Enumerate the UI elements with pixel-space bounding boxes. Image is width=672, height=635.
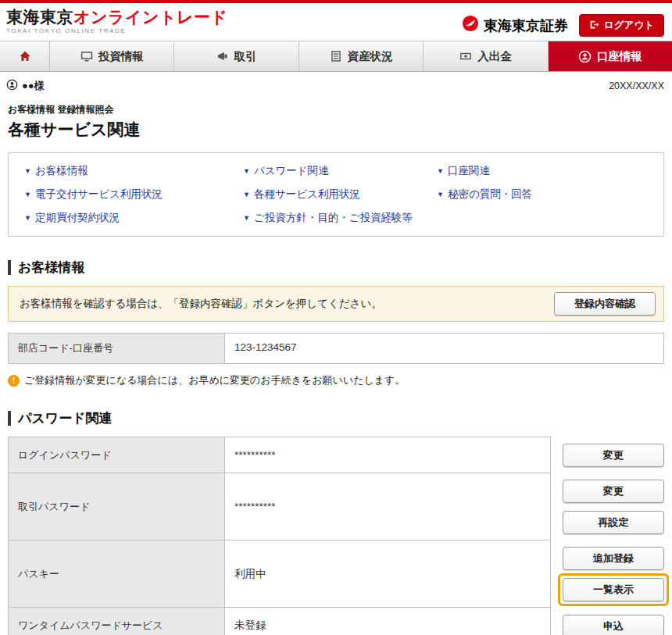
brand-logo-icon — [462, 15, 479, 36]
nav-label: 資産状況 — [348, 49, 393, 64]
row-passkey: パスキー 利用中 追加登録 一覧表示 — [8, 540, 664, 608]
account-number-label: 部店コード-口座番号 — [8, 333, 225, 364]
quicklink-service-usage[interactable]: ▼ 各種サービス利用状況 — [243, 187, 360, 202]
section-password: パスワード関連 — [8, 409, 664, 427]
brand-name: 東海東京証券 — [484, 16, 568, 35]
row-label: パスキー — [8, 540, 225, 608]
quicklink-label: 定期買付契約状況 — [35, 211, 120, 225]
change-trading-password-button[interactable]: 変更 — [563, 480, 664, 503]
link-marker-icon: ▼ — [437, 167, 444, 175]
nav-home[interactable] — [0, 41, 50, 71]
link-marker-icon: ▼ — [243, 191, 250, 198]
quicklink-label: 電子交付サービス利用状況 — [35, 187, 163, 202]
nav-trade[interactable]: 取引 — [174, 41, 298, 71]
quicklink-label: パスワード関連 — [254, 164, 329, 178]
row-value: ********** — [225, 437, 551, 473]
password-table: ログインパスワード ********** 変更 取引パスワード ********… — [8, 437, 664, 635]
section-title-text: パスワード関連 — [18, 409, 113, 427]
account-icon — [578, 50, 592, 63]
nav-label: 投資情報 — [98, 49, 144, 64]
quicklinks-box: ▼ お客様情報 ▼ 電子交付サービス利用状況 ▼ 定期買付契約状況 ▼ パスワー… — [8, 152, 664, 237]
logout-icon — [589, 20, 599, 32]
notice-text: お客様情報を確認する場合は、「登録内容確認」ボタンを押してください。 — [20, 297, 382, 311]
link-marker-icon: ▼ — [24, 191, 31, 198]
quicklink-password[interactable]: ▼ パスワード関連 — [243, 164, 329, 178]
section-customer-info: お客様情報 — [8, 259, 664, 276]
link-marker-icon: ▼ — [24, 167, 31, 175]
link-marker-icon: ▼ — [24, 214, 31, 222]
nav-label: 取引 — [234, 49, 257, 64]
change-warning: ! ご登録情報が変更になる場合には、お早めに変更のお手続きをお願いいたします。 — [8, 373, 664, 387]
row-otp-service: ワンタイムパスワードサービス 未登録 申込 — [8, 608, 664, 635]
logo-text-main: 東海東京 — [6, 8, 73, 26]
main-content: お客様情報 登録情報照会 各種サービス関連 ▼ お客様情報 ▼ 電子交付サービス… — [0, 103, 672, 635]
logout-button[interactable]: ログアウト — [579, 14, 664, 37]
section-title-bar — [8, 411, 11, 426]
investment-icon — [80, 50, 93, 62]
warning-text: ご登録情報が変更になる場合には、お早めに変更のお手続きをお願いいたします。 — [24, 373, 405, 387]
row-value: 利用中 — [225, 540, 551, 608]
quicklink-account-related[interactable]: ▼ 口座関連 — [437, 164, 490, 178]
user-bar: ●●様 20XX/XX/XX — [0, 72, 672, 93]
header: 東海東京オンライントレード TOKAI TOKYO ONLINE TRADE 東… — [0, 3, 672, 41]
quicklink-label: 各種サービス利用状況 — [254, 187, 360, 202]
row-login-password: ログインパスワード ********** 変更 — [8, 437, 664, 473]
logo-text-accent: オンライントレード — [73, 8, 227, 26]
current-date: 20XX/XX/XX — [609, 80, 664, 91]
confirm-notice-box: お客様情報を確認する場合は、「登録内容確認」ボタンを押してください。 登録内容確… — [8, 286, 664, 322]
nav-deposit-withdrawal[interactable]: 入出金 — [424, 41, 548, 71]
nav-account-info[interactable]: 口座情報 — [549, 41, 672, 71]
passkey-add-button[interactable]: 追加登録 — [563, 547, 664, 570]
logout-label: ログアウト — [604, 19, 654, 32]
quicklink-edelivery-status[interactable]: ▼ 電子交付サービス利用状況 — [24, 187, 163, 202]
section-title-bar — [8, 260, 11, 275]
row-trading-password: 取引パスワード ********** 変更 再設定 — [8, 473, 664, 540]
trade-icon — [216, 50, 229, 62]
link-marker-icon: ▼ — [437, 191, 444, 198]
brand: 東海東京証券 — [462, 15, 568, 36]
account-number-row: 部店コード-口座番号 123-1234567 — [8, 333, 664, 364]
nav-label: 口座情報 — [597, 49, 642, 64]
warning-icon: ! — [8, 375, 20, 387]
nav-investment-info[interactable]: 投資情報 — [50, 41, 174, 71]
row-label: 取引パスワード — [8, 473, 225, 540]
quicklink-label: お客様情報 — [35, 164, 88, 178]
nav-label: 入出金 — [477, 49, 512, 64]
account-number-value: 123-1234567 — [225, 333, 664, 364]
main-nav: 投資情報 取引 資産状況 入出金 口座情報 — [0, 41, 672, 72]
passkey-list-button[interactable]: 一覧表示 — [563, 578, 664, 601]
row-label: ログインパスワード — [8, 437, 225, 473]
section-title-text: お客様情報 — [18, 259, 84, 276]
user-icon — [6, 79, 18, 93]
row-value: 未登録 — [225, 608, 551, 635]
quicklink-label: 口座関連 — [448, 164, 490, 178]
otp-apply-button[interactable]: 申込 — [563, 615, 664, 635]
user-name-text: ●●様 — [22, 79, 45, 93]
registration-confirm-button[interactable]: 登録内容確認 — [554, 292, 656, 316]
quicklink-label: 秘密の質問・回答 — [448, 187, 532, 202]
logo-subtitle: TOKAI TOKYO ONLINE TRADE — [6, 27, 227, 34]
quicklink-label: ご投資方針・目的・ご投資経験等 — [254, 211, 413, 225]
quicklink-investment-policy[interactable]: ▼ ご投資方針・目的・ご投資経験等 — [243, 211, 413, 225]
quicklink-periodic-purchase[interactable]: ▼ 定期買付契約状況 — [24, 211, 120, 225]
assets-icon — [330, 50, 342, 62]
quicklink-secret-question[interactable]: ▼ 秘密の質問・回答 — [437, 187, 532, 202]
user-name: ●●様 — [6, 79, 45, 93]
link-marker-icon: ▼ — [243, 214, 250, 222]
row-label: ワンタイムパスワードサービス — [8, 608, 225, 635]
home-icon — [19, 50, 31, 62]
quicklink-customer-info[interactable]: ▼ お客様情報 — [24, 164, 88, 178]
reset-trading-password-button[interactable]: 再設定 — [563, 511, 664, 534]
site-logo[interactable]: 東海東京オンライントレード TOKAI TOKYO ONLINE TRADE — [6, 8, 227, 34]
deposit-icon — [459, 50, 472, 62]
nav-assets[interactable]: 資産状況 — [299, 41, 424, 71]
breadcrumb: お客様情報 登録情報照会 — [8, 103, 664, 116]
link-marker-icon: ▼ — [243, 167, 250, 175]
page-title: 各種サービス関連 — [8, 119, 664, 141]
change-login-password-button[interactable]: 変更 — [563, 444, 664, 467]
highlight-box: 一覧表示 — [558, 573, 669, 606]
row-value: ********** — [225, 473, 551, 540]
